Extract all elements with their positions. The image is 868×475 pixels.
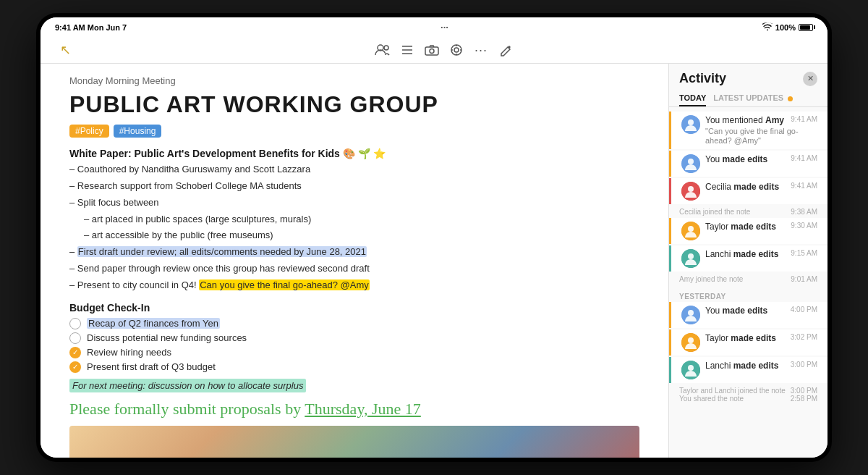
battery-percent: 100% [775,23,796,32]
highlight-q2: Recap of Q2 finances from Yen [87,318,220,329]
collaborators-icon[interactable] [373,40,393,60]
activity-time-1: 9:41 AM [791,115,817,123]
tab-today[interactable]: TODAY [679,91,706,106]
activity-content-cecilia: Cecilia made edits 9:41 AM [705,182,817,193]
tag-policy[interactable]: #Policy [69,125,109,138]
camera-icon[interactable] [422,40,442,60]
list-icon[interactable] [397,40,417,60]
status-right: 100% [762,22,813,32]
activity-tabs: TODAY LATEST UPDATES [669,91,827,107]
target-icon[interactable] [446,40,467,60]
checkbox-empty-1[interactable] [69,318,81,329]
activity-time-8: 3:00 PM [791,361,817,369]
checklist-item-1: Recap of Q2 finances from Yen [69,318,639,329]
highlight-draft: First draft under review; all edits/comm… [77,246,367,257]
activity-time-3: 9:41 AM [791,182,817,190]
svg-point-14 [688,119,694,125]
battery-icon [799,24,813,31]
svg-point-16 [688,159,694,164]
status-dots: ··· [441,22,448,33]
svg-point-7 [451,45,461,55]
closing-text: Please formally submit proposals by Thur… [69,400,639,419]
activity-content-lanchi-yesterday: Lanchi made edits 3:00 PM [705,361,817,372]
line-present: – Present to city council in Q4! Can you… [69,278,639,293]
line-research: – Research support from Schoberl College… [69,179,639,194]
line-art2: – art accessible by the public (free mus… [69,228,639,243]
toolbar: ↖ ··· [41,37,827,64]
activity-row-3: Cecilia made edits 9:41 AM [705,182,817,193]
avatar-you-3 [681,306,700,324]
activity-sub-1: "Can you give the final go-ahead? @Amy" [705,127,817,146]
checkbox-checked-3[interactable]: ✓ [69,347,81,358]
avatar-taylor [681,222,700,240]
activity-row-2: You made edits 9:41 AM [705,154,817,166]
svg-point-8 [454,48,459,52]
avatar-lanchi [681,249,700,268]
line-send: – Send paper through review once this gr… [69,261,639,277]
svg-point-24 [688,310,694,316]
line-split: – Split focus between [69,196,639,211]
activity-text-taylor-yesterday: Taylor made edits [705,333,776,345]
checklist-item-3: ✓ Review hiring needs [69,347,639,358]
close-button[interactable]: ✕ [803,72,817,86]
activity-text-cecilia: Cecilia made edits [705,182,779,193]
checklist-item-4: ✓ Present first draft of Q3 budget [69,361,639,373]
checklist-text-2: Discuss potential new funding sources [87,332,247,343]
arrow-icon[interactable]: ↖ [55,40,75,60]
line-coauthor: – Coauthored by Nanditha Guruswamy and S… [69,162,639,177]
avatar-you-1 [681,115,700,134]
taylor-lanchi-joined-note: Taylor and Lanchi joined the note 3:00 P… [669,384,827,405]
activity-item-taylor: Taylor made edits 9:30 AM [669,218,827,244]
activity-text-lanchi: Lanchi made edits [705,249,778,261]
checkbox-empty-2[interactable] [69,332,81,344]
activity-row-5: Lanchi made edits 9:15 AM [705,249,817,261]
activity-text-you-edits: You made edits [705,154,767,166]
cecilia-joined-note: Cecilia joined the note 9:38 AM [669,206,827,218]
avatar-lanchi-2 [681,361,700,379]
svg-point-20 [688,226,694,232]
activity-content-taylor-yesterday: Taylor made edits 3:02 PM [705,333,817,345]
more-icon[interactable]: ··· [471,40,491,60]
checkbox-checked-4[interactable]: ✓ [69,361,81,373]
checklist-text-4: Present first draft of Q3 budget [87,361,216,372]
activity-content-you-edits: You made edits 9:41 AM [705,154,817,166]
activity-item-you-edits: You made edits 9:41 AM [669,151,827,177]
svg-point-26 [688,337,694,343]
footer-note: For next meeting: discussion on how to a… [69,379,306,392]
activity-item-lanchi: Lanchi made edits 9:15 AM [669,245,827,272]
activity-item-lanchi-yesterday: Lanchi made edits 3:00 PM [669,357,827,383]
activity-row: You mentioned Amy 9:41 AM [705,115,817,127]
tab-latest-updates[interactable]: LATEST UPDATES [713,91,793,106]
tag-housing[interactable]: #Housing [114,125,162,138]
checklist-text-1: Recap of Q2 finances from Yen [87,318,220,329]
device: 9:41 AM Mon Jun 7 ··· 100% ↖ [36,13,832,462]
activity-content-taylor: Taylor made edits 9:30 AM [705,222,817,233]
activity-content-you-yesterday: You made edits 4:00 PM [705,306,817,317]
checklist-text-3: Review hiring needs [87,347,171,358]
activity-item-cecilia: Cecilia made edits 9:41 AM [669,178,827,204]
highlight-amy: Can you give the final go-ahead? @Amy [199,279,370,290]
device-screen: 9:41 AM Mon Jun 7 ··· 100% ↖ [41,17,827,458]
toolbar-center: ··· [373,40,516,60]
amy-joined-note: Amy joined the note 9:01 AM [669,273,827,285]
update-dot [788,96,793,101]
activity-item-you-yesterday: You made edits 4:00 PM [669,302,827,328]
yesterday-label: YESTERDAY [669,290,827,302]
avatar-taylor-2 [681,333,700,352]
photo-strip [69,426,639,458]
activity-list: You mentioned Amy 9:41 AM "Can you give … [669,107,827,458]
svg-point-22 [688,253,694,259]
activity-time-2: 9:41 AM [791,154,817,162]
activity-time-7: 3:02 PM [791,333,817,341]
wifi-icon [762,22,773,32]
activity-content-you-mention: You mentioned Amy 9:41 AM "Can you give … [705,115,817,146]
svg-point-28 [688,365,694,371]
note-title: PUBLIC ART WORKING GROUP [69,92,639,117]
activity-panel: Activity ✕ TODAY LATEST UPDATES [668,64,827,458]
svg-point-18 [688,186,694,192]
note-subtitle: Monday Morning Meeting [69,75,639,86]
tags-row: #Policy #Housing [69,125,639,138]
activity-header: Activity ✕ [669,64,827,91]
activity-time-5: 9:15 AM [791,249,817,257]
edit-icon[interactable] [495,40,516,60]
